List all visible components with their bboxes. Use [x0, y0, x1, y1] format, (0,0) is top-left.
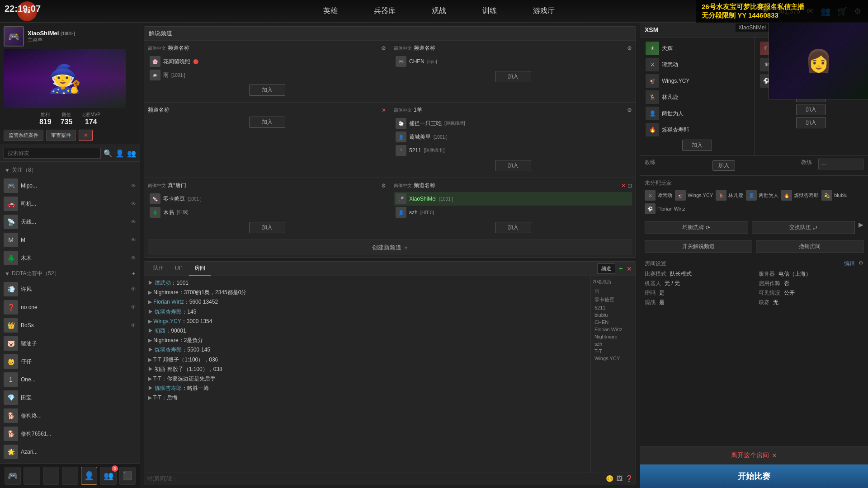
- radiant-slot-5[interactable]: 🔥 炼狱杏寿郎: [644, 122, 750, 138]
- eye-icon[interactable]: 👁: [131, 183, 136, 189]
- add-icon[interactable]: +: [132, 271, 135, 277]
- nav-arcade[interactable]: 游戏厅: [528, 4, 559, 18]
- bottom-icon-2[interactable]: [24, 467, 40, 485]
- channel-1-user-1[interactable]: 🌸 花间留晚照 🔴: [148, 55, 386, 68]
- search-input[interactable]: [4, 148, 101, 159]
- freq-btn[interactable]: 频道: [597, 263, 615, 274]
- nav-watch[interactable]: 观战: [427, 4, 451, 18]
- channel-1-settings[interactable]: ⚙: [381, 45, 386, 52]
- bottom-icon-4[interactable]: [62, 467, 78, 485]
- friend-zaizai[interactable]: 👶 仔仔: [0, 352, 140, 371]
- nav-armory[interactable]: 兵器库: [369, 4, 400, 18]
- open-channel-btn[interactable]: 开关解说频道: [645, 240, 752, 253]
- streamer-name-label: XiaoShiMei: [736, 23, 769, 32]
- chat-input[interactable]: [147, 475, 603, 482]
- channel-5-user-1[interactable]: 🍬 零卡糖豆 [1001·]: [148, 192, 386, 206]
- create-channel-btn[interactable]: 创建新频道 +: [148, 239, 632, 255]
- radiant-slot-1[interactable]: ⚔ 谭武动: [644, 56, 750, 73]
- channel-6-close[interactable]: ✕: [621, 183, 626, 189]
- channel-2-user-1[interactable]: 🎮 CHEN [cpu]: [394, 55, 632, 68]
- tab-ui1[interactable]: UI1: [170, 263, 189, 275]
- dire-join-btn-2[interactable]: 加入: [796, 104, 826, 115]
- bottom-icon-badge[interactable]: 👥 3: [100, 467, 116, 485]
- eye-icon[interactable]: 👁: [131, 219, 136, 225]
- friend-xiugou[interactable]: 🐕 修狗终...: [0, 407, 140, 425]
- eye-icon[interactable]: 👁: [131, 322, 136, 328]
- channel-5-user-2[interactable]: 🌲 木易 [狂飘]: [148, 206, 386, 219]
- eye-icon[interactable]: 👁: [131, 304, 136, 310]
- channel-4-settings[interactable]: ⚙: [627, 107, 632, 113]
- channel-6-settings[interactable]: ⊡: [627, 183, 632, 189]
- nav-training[interactable]: 训练: [478, 4, 501, 18]
- channel-2-join[interactable]: 加入: [495, 71, 531, 82]
- setting-password: 密码 是: [645, 289, 750, 297]
- friend-noone[interactable]: ❓ no one 👁: [0, 298, 140, 316]
- review-btn[interactable]: 审查案件: [46, 130, 76, 141]
- channel-6-user-1[interactable]: 🎤 XiaoShiMei [1001·]: [394, 192, 632, 206]
- channel-6-user-2[interactable]: 👤 szh [HIT 0]: [394, 206, 632, 219]
- radiant-slot-3[interactable]: 🦌 林凡鹿: [644, 89, 750, 105]
- channel-5-settings[interactable]: ⚙: [381, 183, 386, 189]
- leave-room-btn[interactable]: 离开这个房间 ✕: [640, 447, 868, 465]
- exchange-btn[interactable]: 交换队伍 ⇄: [752, 221, 855, 234]
- friend-xufeng[interactable]: 💨 许风 👁: [0, 280, 140, 298]
- expand-icon[interactable]: ▶: [859, 221, 863, 234]
- start-match-btn[interactable]: 开始比赛: [640, 465, 868, 488]
- settings-edit-icon[interactable]: ⚙: [859, 260, 863, 267]
- friend-azari[interactable]: 🌟 Azari...: [0, 443, 140, 461]
- dire-join-btn-3[interactable]: 加入: [796, 117, 826, 128]
- chat-close-btn[interactable]: ✕: [627, 265, 632, 272]
- friend-tianbao[interactable]: 💎 田宝: [0, 389, 140, 407]
- friend-one[interactable]: 1 One...: [0, 371, 140, 389]
- channel-4-join[interactable]: 加入: [495, 160, 531, 171]
- bottom-icon-5[interactable]: 👤: [81, 467, 97, 485]
- dota-room-header[interactable]: ▼ DOTA比赛中（52） +: [0, 267, 140, 280]
- radiant-slot-4[interactable]: 👤 两世为人: [644, 105, 750, 122]
- friend-tianxian[interactable]: 📡 天线... 👁: [0, 213, 140, 231]
- friend-mipo[interactable]: 🎮 Mipo... 👁: [0, 177, 140, 195]
- supervise-btn[interactable]: 监管系统案件: [4, 130, 43, 141]
- following-header[interactable]: ▼ 关注（8）: [0, 164, 140, 177]
- close-profile-btn[interactable]: ✕: [79, 130, 93, 141]
- search-icon[interactable]: 🔍: [104, 149, 113, 158]
- friend-xiugou2[interactable]: 🐕 修狗76561...: [0, 425, 140, 443]
- channel-6-join[interactable]: 加入: [495, 222, 531, 233]
- emoji-icon[interactable]: 😊: [606, 475, 613, 482]
- channel-3-join[interactable]: 加入: [249, 117, 285, 128]
- channel-4-user-3[interactable]: ? 5211 [随便虑卡]: [394, 144, 632, 157]
- friend-mumu[interactable]: 🌲 木木 👁: [0, 249, 140, 267]
- friend-zhuyouzi[interactable]: 🐷 猪油子: [0, 334, 140, 352]
- channel-1-join[interactable]: 加入: [249, 84, 285, 96]
- radiant-slot-2[interactable]: 🦅 Wings.YCY: [644, 73, 750, 89]
- edit-label[interactable]: 编辑: [844, 260, 855, 267]
- eye-icon[interactable]: 👁: [131, 255, 136, 261]
- friend-boss[interactable]: 👑 BoSs 👁: [0, 316, 140, 334]
- bottom-icon-1[interactable]: 🎮: [5, 467, 21, 485]
- nav-heroes[interactable]: 英雄: [319, 4, 342, 18]
- friend-m[interactable]: M M 👁: [0, 231, 140, 249]
- tab-team[interactable]: 队伍: [148, 262, 170, 276]
- chat-add-btn[interactable]: +: [619, 265, 623, 273]
- radiant-join-btn[interactable]: 加入: [682, 140, 712, 151]
- channel-2-settings[interactable]: ⚙: [627, 45, 632, 52]
- eye-icon[interactable]: 👁: [131, 286, 136, 292]
- group-icon[interactable]: 👥: [127, 149, 136, 158]
- bottom-icon-3[interactable]: [43, 467, 59, 485]
- image-icon[interactable]: 🖼: [616, 475, 623, 482]
- channel-5-join[interactable]: 加入: [249, 222, 285, 233]
- cancel-room-btn[interactable]: 撤销房间: [756, 240, 863, 253]
- eye-icon[interactable]: 👁: [131, 237, 136, 243]
- channel-4-user-2[interactable]: 👤 葛城美里 [1001·]: [394, 130, 632, 144]
- channel-1-user-2[interactable]: 🌧 雨 [1001·]: [148, 68, 386, 82]
- coach-join-btn[interactable]: 加入: [712, 160, 735, 171]
- help-icon[interactable]: ❓: [625, 475, 633, 482]
- avatar[interactable]: 🎮: [4, 26, 24, 47]
- add-friend-icon[interactable]: 👤: [115, 149, 124, 158]
- bottom-icon-group[interactable]: ⬛: [119, 467, 136, 485]
- channel-3-close[interactable]: ✕: [382, 107, 386, 113]
- eye-icon[interactable]: 👁: [131, 201, 136, 207]
- tab-room[interactable]: 房间: [189, 262, 211, 276]
- channel-4-user-1[interactable]: 🐑 捕捉一只三吃 [跳跳撞墙]: [394, 117, 632, 130]
- balance-btn[interactable]: 均衡洗牌 ⟳: [645, 221, 748, 234]
- friend-driver[interactable]: 🚗 司机... 👁: [0, 195, 140, 213]
